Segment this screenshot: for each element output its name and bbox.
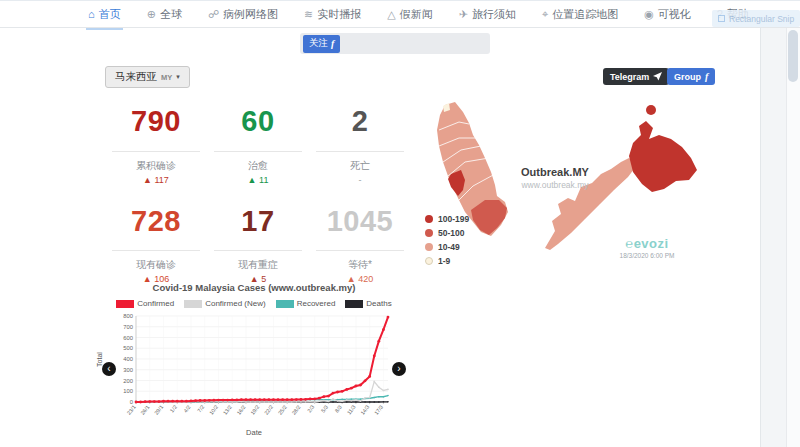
chart-svg: 010020030040050060070080023/126/129/11/2… bbox=[110, 310, 402, 428]
delta-value: 11 bbox=[259, 175, 268, 185]
legend-series-name: Recovered bbox=[297, 299, 336, 308]
svg-text:11/3: 11/3 bbox=[346, 404, 357, 416]
nav-item-visualization[interactable]: ◉ 可视化 bbox=[644, 7, 691, 22]
svg-text:13/2: 13/2 bbox=[222, 404, 233, 416]
map-timestamp: 18/3/2020 6:00 PM bbox=[607, 252, 687, 259]
map-title: Outbreak.MY bbox=[475, 166, 635, 178]
nav-label: 旅行须知 bbox=[472, 7, 516, 22]
chart-plot-area: Total 010020030040050060070080023/126/12… bbox=[98, 310, 410, 432]
browser-scrollbar-thumb[interactable] bbox=[788, 30, 798, 82]
snipping-tool-overlay[interactable]: Rectangular Snip bbox=[712, 10, 800, 27]
country-selector-dropdown[interactable]: 马来西亚 MY ▾ bbox=[105, 66, 190, 88]
stat-cumulative-confirmed: 790 累积确诊 ▲ 117 bbox=[112, 100, 200, 200]
follow-button[interactable]: 关注 f bbox=[303, 35, 340, 53]
stat-label: 累积确诊 bbox=[112, 159, 200, 173]
chart-legend-item: Deaths bbox=[345, 299, 391, 308]
evozi-brand-text: evozi bbox=[634, 236, 669, 251]
nav-label: 首页 bbox=[99, 7, 121, 22]
legend-series-name: Deaths bbox=[366, 299, 391, 308]
legend-swatch bbox=[116, 300, 134, 308]
top-navbar: ⌂ 首页 ⊕ 全球 ☍ 病例网络图 ≋ 实时播报 △ 假新闻 ✈ 旅行须知 ⌖ … bbox=[0, 0, 800, 28]
nav-item-case-network[interactable]: ☍ 病例网络图 bbox=[208, 7, 278, 22]
svg-text:10/2: 10/2 bbox=[208, 404, 219, 416]
nav-item-global[interactable]: ⊕ 全球 bbox=[147, 7, 182, 22]
svg-text:200: 200 bbox=[123, 378, 133, 384]
nav-label: 假新闻 bbox=[400, 7, 433, 22]
stat-delta: ▲ 117 bbox=[112, 175, 200, 185]
legend-series-name: Confirmed (New) bbox=[205, 299, 265, 308]
telegram-button[interactable]: Telegram bbox=[603, 68, 669, 85]
location-pin-icon: ⌖ bbox=[542, 9, 548, 20]
nav-item-live-feed[interactable]: ≋ 实时播报 bbox=[304, 7, 361, 22]
evozi-logo: ℮evozi bbox=[607, 236, 687, 251]
legend-item: 1-9 bbox=[425, 256, 469, 266]
map-title-block: Outbreak.MY www.outbreak.my bbox=[475, 166, 635, 190]
map-legend: 100-199 50-100 10-49 1-9 bbox=[425, 214, 469, 266]
stat-value: 17 bbox=[214, 200, 302, 244]
stat-deaths: 2 死亡 - bbox=[316, 100, 404, 200]
chart-title: Covid-19 Malaysia Cases (www.outbreak.my… bbox=[98, 282, 410, 293]
svg-text:17/3: 17/3 bbox=[373, 404, 384, 416]
legend-item: 100-199 bbox=[425, 214, 469, 224]
stat-label: 等待* bbox=[316, 258, 404, 272]
svg-text:26/1: 26/1 bbox=[139, 404, 150, 416]
legend-label: 10-49 bbox=[438, 242, 460, 252]
stat-value: 728 bbox=[112, 200, 200, 244]
divider bbox=[316, 151, 404, 152]
nav-item-fake-news[interactable]: △ 假新闻 bbox=[387, 7, 432, 22]
legend-label: 100-199 bbox=[438, 214, 469, 224]
legend-swatch bbox=[276, 300, 294, 308]
chart-legend-item: Confirmed (New) bbox=[184, 299, 265, 308]
svg-text:22/2: 22/2 bbox=[263, 404, 274, 416]
svg-text:1/2: 1/2 bbox=[169, 404, 178, 414]
nav-label: 病例网络图 bbox=[223, 7, 278, 22]
legend-swatch bbox=[345, 300, 363, 308]
svg-text:400: 400 bbox=[123, 356, 133, 362]
chart-legend-item: Confirmed bbox=[116, 299, 174, 308]
evozi-watermark: ℮evozi 18/3/2020 6:00 PM bbox=[607, 236, 687, 259]
nav-label: 位置追踪地图 bbox=[552, 7, 618, 22]
telegram-label: Telegram bbox=[610, 72, 649, 82]
divider bbox=[112, 151, 200, 152]
globe-icon: ⊕ bbox=[147, 9, 156, 20]
stat-value: 2 bbox=[316, 100, 404, 144]
carousel-prev-button[interactable]: ‹ bbox=[102, 362, 116, 376]
svg-text:25/2: 25/2 bbox=[277, 404, 288, 416]
legend-item: 10-49 bbox=[425, 242, 469, 252]
legend-dot-cream bbox=[425, 257, 433, 265]
carousel-next-button[interactable]: › bbox=[392, 362, 406, 376]
nav-label: 全球 bbox=[160, 7, 182, 22]
divider bbox=[316, 250, 404, 251]
svg-text:100: 100 bbox=[123, 388, 133, 394]
legend-swatch bbox=[184, 300, 202, 308]
svg-text:4/2: 4/2 bbox=[182, 404, 191, 414]
nav-item-travel-notice[interactable]: ✈ 旅行须知 bbox=[459, 7, 516, 22]
legend-label: 1-9 bbox=[438, 256, 450, 266]
nav-item-home[interactable]: ⌂ 首页 bbox=[88, 7, 121, 22]
rectangular-snip-icon bbox=[718, 15, 725, 22]
legend-item: 50-100 bbox=[425, 228, 469, 238]
facebook-group-button[interactable]: Group f bbox=[667, 68, 715, 85]
nav-item-location-map[interactable]: ⌖ 位置追踪地图 bbox=[542, 7, 618, 22]
follow-label: 关注 bbox=[309, 37, 328, 50]
svg-text:7/2: 7/2 bbox=[196, 404, 205, 414]
facebook-follow-bar: 关注 f bbox=[300, 33, 490, 54]
nav-label: 实时播报 bbox=[317, 7, 361, 22]
divider bbox=[112, 250, 200, 251]
stat-recovered: 60 治愈 ▲ 11 bbox=[214, 100, 302, 200]
eye-icon: ◉ bbox=[644, 9, 654, 20]
chart-legend-item: Recovered bbox=[276, 299, 336, 308]
group-label: Group bbox=[674, 72, 701, 82]
country-code: MY bbox=[161, 73, 172, 82]
stat-value: 60 bbox=[214, 100, 302, 144]
legend-dot-red bbox=[425, 229, 433, 237]
map-region-sabah bbox=[629, 121, 697, 192]
map-region-island bbox=[646, 105, 656, 115]
svg-text:23/1: 23/1 bbox=[126, 404, 137, 416]
svg-text:19/2: 19/2 bbox=[249, 404, 260, 416]
malaysia-choropleth-map: Outbreak.MY www.outbreak.my 100-199 50-1… bbox=[415, 88, 715, 283]
divider bbox=[214, 250, 302, 251]
svg-text:16/2: 16/2 bbox=[236, 404, 247, 416]
svg-text:8/3: 8/3 bbox=[334, 404, 343, 414]
statistics-grid: 790 累积确诊 ▲ 117 60 治愈 ▲ 11 2 死亡 - 728 现有确… bbox=[112, 100, 404, 299]
